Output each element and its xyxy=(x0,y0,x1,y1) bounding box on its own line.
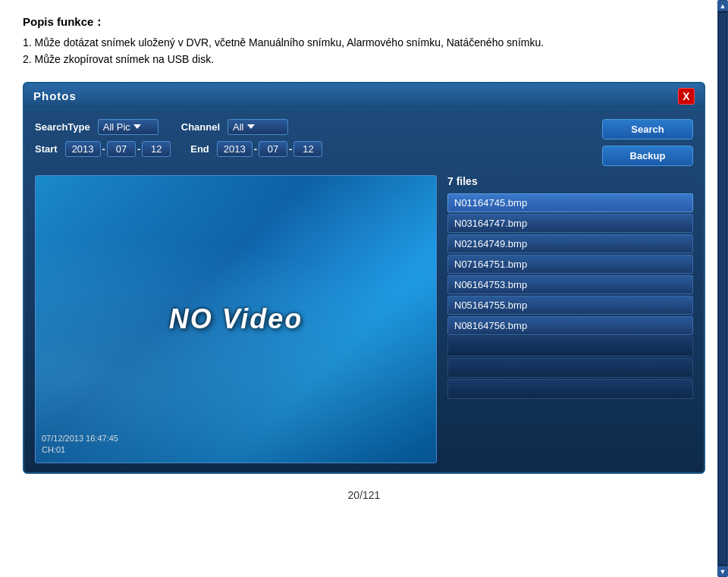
file-item[interactable]: N06164753.bmp xyxy=(447,275,693,294)
file-item-empty xyxy=(447,337,693,356)
content-area: NO Video 07/12/2013 16:47:45 CH:01 7 fil… xyxy=(35,175,693,463)
end-date-field: 2013 - 07 - 12 xyxy=(217,141,323,157)
end-day[interactable]: 12 xyxy=(293,141,322,157)
file-item[interactable]: N03164747.bmp xyxy=(447,214,693,233)
dropdown-arrow-search-type xyxy=(133,124,141,129)
start-date-field: 2013 - 07 - 12 xyxy=(65,141,171,157)
dropdown-arrow-channel xyxy=(247,124,255,129)
start-label: Start xyxy=(35,143,58,155)
files-panel: 7 files N01164745.bmp N03164747.bmp N021… xyxy=(447,175,693,463)
preview-timestamp: 07/12/2013 16:47:45 CH:01 xyxy=(42,433,118,456)
file-item[interactable]: N02164749.bmp xyxy=(447,234,693,253)
description-line2: 2. Může zkopírovat snímek na USB disk. xyxy=(23,51,705,67)
dialog-titlebar: Photos X xyxy=(24,83,704,110)
end-year[interactable]: 2013 xyxy=(217,141,253,157)
description-line1: 1. Může dotázat snímek uložený v DVR, vč… xyxy=(23,34,705,51)
dvr-dialog: Photos X SearchType All Pic Channel xyxy=(23,82,705,474)
file-item-empty xyxy=(447,358,693,378)
file-item[interactable]: N08164756.bmp xyxy=(447,316,693,335)
start-month[interactable]: 07 xyxy=(107,141,136,157)
search-type-label: SearchType xyxy=(35,121,90,133)
end-month[interactable]: 07 xyxy=(259,141,287,157)
channel-dropdown[interactable]: All xyxy=(228,119,288,135)
preview-panel: NO Video 07/12/2013 16:47:45 CH:01 xyxy=(35,175,437,463)
preview-image: NO Video 07/12/2013 16:47:45 CH:01 xyxy=(35,175,437,463)
file-item[interactable]: N01164745.bmp xyxy=(447,193,693,212)
page-info: 20/121 xyxy=(348,489,381,501)
files-list: N01164745.bmp N03164747.bmp N02164749.bm… xyxy=(447,193,693,463)
channel-label: Channel xyxy=(181,121,220,133)
close-button[interactable]: X xyxy=(678,88,695,105)
file-item[interactable]: N07164751.bmp xyxy=(447,255,693,274)
no-video-label: NO Video xyxy=(169,303,303,335)
search-type-dropdown[interactable]: All Pic xyxy=(98,119,158,135)
file-item[interactable]: N05164755.bmp xyxy=(447,296,693,315)
files-count: 7 files xyxy=(447,175,693,187)
backup-button[interactable]: Backup xyxy=(602,146,693,166)
file-item-empty xyxy=(447,379,693,399)
start-year[interactable]: 2013 xyxy=(65,141,101,157)
page-footer: 20/121 xyxy=(23,489,705,501)
dialog-body: SearchType All Pic Channel All S xyxy=(24,110,704,472)
start-day[interactable]: 12 xyxy=(142,141,171,157)
end-label: End xyxy=(190,143,209,155)
right-buttons: Search Backup xyxy=(602,119,693,166)
search-button[interactable]: Search xyxy=(602,119,693,140)
heading: Popis funkce： xyxy=(23,15,705,30)
dialog-title: Photos xyxy=(33,89,77,102)
